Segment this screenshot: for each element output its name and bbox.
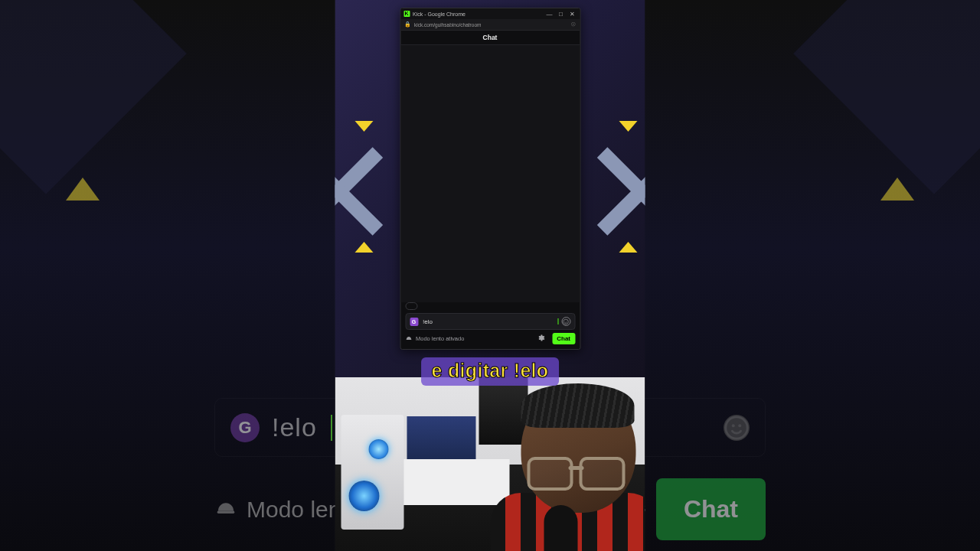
- video-column: K Kick - Google Chrome — □ ✕ 🔒 kick.com/…: [335, 0, 645, 551]
- window-titlebar[interactable]: K Kick - Google Chrome — □ ✕: [400, 8, 580, 19]
- identity-icon: G: [230, 413, 260, 442]
- emoji-icon: [724, 415, 750, 441]
- svg-rect-11: [406, 339, 411, 340]
- svg-rect-3: [217, 510, 235, 514]
- translate-icon[interactable]: ⦾: [571, 21, 576, 28]
- browser-address-bar[interactable]: 🔒 kick.com/guihsabino/chatroom ⦾: [400, 19, 580, 31]
- window-close-button[interactable]: ✕: [568, 10, 577, 18]
- window-title: Kick - Google Chrome: [413, 11, 542, 17]
- text-caret: [557, 318, 558, 324]
- streamer-figure: [483, 379, 645, 551]
- chrome-popup-window: K Kick - Google Chrome — □ ✕ 🔒 kick.com/…: [400, 8, 580, 350]
- microphone-icon: [544, 505, 578, 551]
- chat-message-list[interactable]: [400, 45, 580, 302]
- slow-mode-icon: [405, 335, 412, 343]
- suggestion-pill[interactable]: [405, 302, 417, 310]
- url-text: kick.com/guihsabino/chatroom: [414, 22, 568, 28]
- svg-point-9: [565, 321, 566, 321]
- triangle-up-icon: [619, 242, 638, 253]
- triangle-down-icon: [619, 121, 638, 132]
- kick-favicon-icon: K: [403, 11, 410, 17]
- svg-point-0: [726, 416, 747, 438]
- identity-badge-icon: G: [410, 318, 418, 326]
- svg-point-10: [567, 321, 567, 321]
- svg-point-2: [738, 424, 741, 427]
- window-maximize-button[interactable]: □: [557, 10, 565, 18]
- chat-header-title: Chat: [400, 31, 580, 45]
- chat-message-input[interactable]: [421, 318, 554, 326]
- svg-point-8: [564, 319, 569, 324]
- chat-settings-button[interactable]: [537, 334, 545, 344]
- triangle-down-icon: [355, 121, 374, 132]
- triangle-up-icon: [355, 242, 374, 253]
- chat-input-row[interactable]: G: [405, 313, 575, 330]
- lock-icon: 🔒: [404, 21, 411, 28]
- echo-input-text: !elo: [272, 412, 317, 442]
- webcam-feed: [335, 377, 645, 551]
- echo-slow-label: Modo len: [247, 497, 341, 523]
- column-upper: K Kick - Google Chrome — □ ✕ 🔒 kick.com/…: [335, 0, 645, 377]
- window-minimize-button[interactable]: —: [545, 10, 554, 18]
- x-cross-icon: [596, 145, 645, 237]
- text-caret: [331, 415, 332, 441]
- chat-suggestion-row: [400, 302, 580, 313]
- chat-footer: Modo lento ativado Chat: [400, 333, 580, 349]
- chat-send-button[interactable]: Chat: [552, 333, 575, 344]
- svg-point-1: [732, 424, 735, 427]
- video-subtitle: e digitar !elo: [421, 357, 560, 386]
- slow-mode-icon: [214, 498, 237, 521]
- slow-mode-label: Modo lento ativado: [416, 335, 464, 342]
- echo-send-button: Chat: [656, 478, 766, 540]
- x-cross-icon: [335, 145, 385, 237]
- emoji-picker-button[interactable]: [561, 317, 570, 326]
